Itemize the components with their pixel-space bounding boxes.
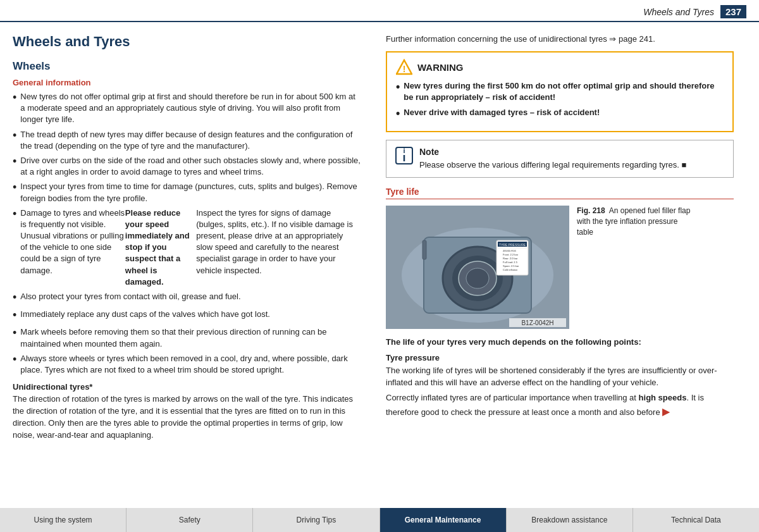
bullet-item: Inspect your tyres from time to time for… xyxy=(13,181,361,204)
warning-box: ! WARNING New tyres during the first 500… xyxy=(386,51,734,132)
note-content: Note Please observe the various differin… xyxy=(419,147,686,171)
page-number: 237 xyxy=(720,5,746,18)
warning-list: New tyres during the first 500 km do not… xyxy=(396,80,724,121)
tyre-pressure-title: Tyre pressure xyxy=(386,353,734,362)
nav-item-driving-tips[interactable]: Driving Tips xyxy=(253,508,379,532)
fuel-cap-svg: TYRE PRESSURE 205/55 R16 Front: 2.2 bar … xyxy=(386,206,569,329)
bullet-item: New tyres do not offer optimal grip at f… xyxy=(13,91,361,126)
page-main-title: Wheels and Tyres xyxy=(13,34,361,50)
fuel-filler-image: TYRE PRESSURE 205/55 R16 Front: 2.2 bar … xyxy=(386,206,569,329)
nav-item-breakdown[interactable]: Breakdown assistance xyxy=(507,508,633,532)
svg-text:Rear: 2.0 bar: Rear: 2.0 bar xyxy=(503,257,518,260)
continue-arrow-icon: ▶ xyxy=(662,404,670,419)
tyre-life-title: Tyre life xyxy=(386,187,734,199)
ref-arrow: ⇒ xyxy=(609,34,616,44)
warning-item: Never drive with damaged tyres – risk of… xyxy=(396,107,724,121)
main-content: Wheels and Tyres Wheels General informat… xyxy=(0,22,759,500)
nav-item-using-system[interactable]: Using the system xyxy=(0,508,126,532)
svg-rect-22 xyxy=(423,240,426,259)
svg-text:Cold inflation: Cold inflation xyxy=(503,268,517,271)
nav-label: Safety xyxy=(179,516,201,524)
general-info-title: General information xyxy=(13,78,361,87)
warning-triangle-icon: ! xyxy=(396,59,412,75)
warning-item: New tyres during the first 500 km do not… xyxy=(396,80,724,103)
life-bold-text: The life of your tyres very much depends… xyxy=(386,337,734,348)
ref-label: Further information concerning the use o… xyxy=(386,34,609,44)
note-box: i Note Please observe the various differ… xyxy=(386,140,734,178)
svg-text:!: ! xyxy=(403,64,406,74)
tyre-pressure-text1: The working life of tyres will be shorte… xyxy=(386,365,734,389)
right-column: Further information concerning the use o… xyxy=(379,34,734,500)
svg-text:Front: 2.2 bar: Front: 2.2 bar xyxy=(503,253,519,256)
nav-item-general-maintenance[interactable]: General Maintenance xyxy=(380,508,507,532)
footer-navigation: Using the system Safety Driving Tips Gen… xyxy=(0,508,759,532)
svg-text:Spare: 2.5 bar: Spare: 2.5 bar xyxy=(503,264,519,268)
header-title: Wheels and Tyres xyxy=(643,7,714,17)
nav-label: Using the system xyxy=(34,516,92,524)
svg-text:205/55 R16: 205/55 R16 xyxy=(503,249,516,252)
unidirectional-heading: Unidirectional tyres* xyxy=(13,382,361,392)
left-column: Wheels and Tyres Wheels General informat… xyxy=(13,34,379,500)
note-text: Please observe the various differing leg… xyxy=(419,159,686,171)
unidirectional-text: The direction of rotation of the tyres i… xyxy=(13,393,361,441)
bullet-item: Immediately replace any dust caps of the… xyxy=(13,309,361,323)
ref-text: Further information concerning the use o… xyxy=(386,34,734,45)
bullet-item: The tread depth of new tyres may differ … xyxy=(13,129,361,152)
nav-label: Breakdown assistance xyxy=(531,516,607,524)
bullet-item: Also protect your tyres from contact wit… xyxy=(13,291,361,306)
warning-title: WARNING xyxy=(417,62,464,73)
svg-text:B1Z-0042H: B1Z-0042H xyxy=(521,319,553,326)
image-container: TYRE PRESSURE 205/55 R16 Front: 2.2 bar … xyxy=(386,206,734,329)
nav-label: Technical Data xyxy=(671,516,721,524)
svg-text:Full load: 2.5: Full load: 2.5 xyxy=(503,261,518,264)
note-title: Note xyxy=(419,147,686,157)
page-header: Wheels and Tyres 237 xyxy=(0,0,759,22)
bullet-item: Drive over curbs on the side of the road… xyxy=(13,155,361,178)
tyre-pressure-text2: Correctly inflated tyres are of particul… xyxy=(386,392,734,419)
bullet-item: Always store wheels or tyres which been … xyxy=(13,353,361,376)
image-caption: Fig. 218 An opened fuel filler flap with… xyxy=(569,206,696,237)
wheels-section-title: Wheels xyxy=(13,60,361,73)
general-bullets: New tyres do not offer optimal grip at f… xyxy=(13,91,361,376)
svg-point-11 xyxy=(466,268,489,288)
nav-item-technical-data[interactable]: Technical Data xyxy=(633,508,759,532)
svg-text:TYRE PRESSURE: TYRE PRESSURE xyxy=(499,243,526,247)
nav-label: Driving Tips xyxy=(297,516,336,524)
nav-label: General Maintenance xyxy=(405,516,481,524)
note-info-icon: i xyxy=(395,147,413,164)
warning-header: ! WARNING xyxy=(396,59,724,75)
bullet-item: Mark wheels before removing them so that… xyxy=(13,326,361,349)
bullet-item: Damage to tyres and wheels is frequently… xyxy=(13,207,361,288)
fig-label: Fig. 218 xyxy=(577,206,607,215)
nav-item-safety[interactable]: Safety xyxy=(126,508,253,532)
svg-text:i: i xyxy=(403,147,405,154)
ref-page: page 241. xyxy=(619,34,655,44)
tyre-life-section: Tyre life xyxy=(386,187,734,419)
